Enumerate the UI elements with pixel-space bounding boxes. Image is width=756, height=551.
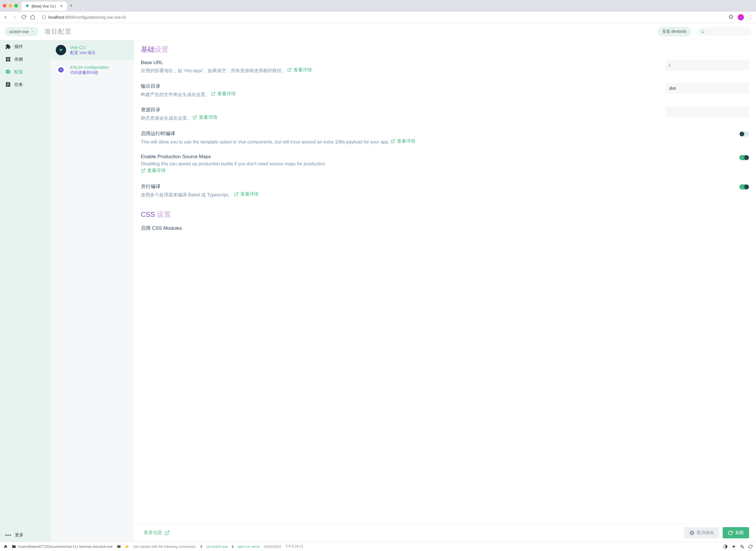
- modules-icon: [5, 56, 11, 62]
- link-more[interactable]: 查看详情: [193, 114, 217, 120]
- refresh-icon: [728, 530, 733, 535]
- sidebar-item-label: 插件: [14, 44, 23, 49]
- install-devtools-button[interactable]: 安装 devtools: [658, 27, 691, 37]
- clipboard-icon: [5, 82, 11, 87]
- home-button[interactable]: [30, 15, 35, 20]
- link-more[interactable]: 查看详情: [391, 138, 415, 144]
- profile-avatar[interactable]: [738, 14, 744, 20]
- new-tab-button[interactable]: +: [70, 3, 72, 8]
- action-bar: 更多信息 取消修改 刷新: [134, 523, 756, 542]
- svg-rect-22: [117, 545, 120, 548]
- more-info-link[interactable]: 更多信息: [144, 530, 170, 536]
- browser-tab[interactable]: [Beta] Vue CLI ✕: [21, 2, 67, 11]
- config-item-title: ESLint configuration: [70, 65, 109, 70]
- base-url-input[interactable]: [666, 60, 749, 70]
- svg-line-16: [143, 169, 145, 171]
- refresh-button[interactable]: 刷新: [723, 527, 749, 538]
- status-message: Get started with the following commands:: [133, 545, 196, 549]
- runtime-compiler-toggle[interactable]: [739, 131, 749, 137]
- svg-line-18: [167, 531, 169, 533]
- external-link-icon: [141, 168, 145, 173]
- status-cmd2: npm run serve: [238, 545, 260, 549]
- sidebar-item-dependencies[interactable]: 依赖: [0, 53, 51, 66]
- setting-output-dir: 输出目录 构建产生的文件将会生成在这里。 查看详情: [141, 83, 749, 98]
- link-more[interactable]: 查看详情: [211, 91, 236, 97]
- sync-icon[interactable]: [748, 544, 753, 549]
- browser-menu-icon[interactable]: ⋮: [748, 14, 753, 20]
- external-link-icon: [287, 68, 292, 72]
- sidebar-item-label: 依赖: [14, 57, 23, 62]
- gear-icon: [5, 69, 11, 75]
- setting-label: 启用 CSS Modules: [141, 225, 749, 231]
- sidebar-item-tasks[interactable]: 任务: [0, 78, 51, 91]
- svg-marker-3: [729, 14, 733, 18]
- setting-prod-sourcemaps: Enable Production Source Maps Disabling …: [141, 154, 749, 174]
- folder-icon: [12, 544, 16, 549]
- translate-icon[interactable]: [740, 544, 744, 549]
- sidebar-item-label: 配置: [14, 69, 23, 75]
- setting-parallel: 并行编译 使用多个处理器来编译 Babel 或 Typescript。 查看详情: [141, 183, 749, 198]
- sidebar-item-plugins[interactable]: 插件: [0, 40, 51, 53]
- svg-line-17: [236, 192, 238, 194]
- external-link-icon: [234, 192, 239, 196]
- config-item-vue-cli[interactable]: Vue CLI 配置 Vue 项目: [51, 40, 134, 60]
- setting-label: 输出目录: [141, 83, 654, 89]
- status-time: 下午5:24:21: [285, 544, 303, 549]
- config-item-eslint[interactable]: ESLint configuration 代码质量和纠错: [51, 60, 134, 80]
- setting-desc: Disabling this can speed up production b…: [141, 161, 654, 174]
- bookmark-star-icon[interactable]: [728, 14, 734, 20]
- output-dir-input[interactable]: [666, 83, 749, 93]
- back-button[interactable]: [3, 15, 8, 20]
- setting-desc: This will allow you to use the template …: [141, 138, 654, 145]
- setting-desc: 应用的部署地址，如 '/my-app/'。如果留空，所有资源将使用相对路径。 查…: [141, 67, 654, 74]
- sidebar-more-label: 更多: [15, 532, 24, 538]
- svg-point-4: [701, 30, 704, 32]
- config-list: Vue CLI 配置 Vue 项目 ESLint configuration 代…: [51, 40, 134, 542]
- home-icon[interactable]: [3, 544, 8, 549]
- address-bar[interactable]: localhost:8000/configuration/org.vue.vue…: [39, 14, 724, 21]
- section-heading-css: CSS 设置: [141, 210, 749, 219]
- setting-css-modules: 启用 CSS Modules: [141, 225, 749, 233]
- search-input[interactable]: [697, 27, 751, 36]
- pointing-hand-icon: 👉: [125, 545, 129, 549]
- setting-runtime-compiler: 启用运行时编译 This will allow you to use the t…: [141, 130, 749, 145]
- log-icon[interactable]: [117, 544, 121, 549]
- forward-button[interactable]: [12, 15, 17, 20]
- info-icon: [42, 15, 46, 19]
- minimize-window-button[interactable]: [9, 4, 12, 7]
- parallel-toggle[interactable]: [739, 184, 749, 189]
- settings-panel: 基础设置 Base URL 应用的部署地址，如 '/my-app/'。如果留空，…: [134, 40, 756, 542]
- assets-dir-input[interactable]: [666, 106, 749, 117]
- browser-tab-bar: [Beta] Vue CLI ✕ +: [0, 0, 756, 11]
- app-header: scotch-vue 项目配置 安装 devtools: [0, 23, 756, 40]
- sidebar-more-button[interactable]: ••• 更多: [0, 528, 51, 542]
- config-item-title: Vue CLI: [70, 45, 95, 50]
- config-item-desc: 配置 Vue 项目: [70, 50, 95, 55]
- link-more[interactable]: 查看详情: [141, 167, 166, 174]
- setting-desc: 使用多个处理器来编译 Babel 或 Typescript。 查看详情: [141, 191, 654, 198]
- status-icons: [723, 544, 753, 549]
- svg-line-14: [195, 116, 197, 118]
- maximize-window-button[interactable]: [14, 4, 18, 7]
- url-host: localhost: [48, 15, 64, 20]
- setting-desc: 静态资源会生成在这里。 查看详情: [141, 114, 654, 122]
- link-more[interactable]: 查看详情: [287, 67, 312, 73]
- link-more[interactable]: 查看详情: [234, 191, 259, 197]
- project-selector[interactable]: scotch-vue: [5, 27, 39, 36]
- tab-close-icon[interactable]: ✕: [60, 4, 63, 8]
- eslint-icon: [56, 65, 66, 75]
- external-link-icon: [164, 530, 170, 535]
- svg-line-15: [393, 139, 395, 141]
- cancel-icon: [689, 530, 694, 535]
- contrast-icon[interactable]: [723, 544, 728, 549]
- puzzle-icon: [5, 44, 11, 49]
- reload-button[interactable]: [21, 15, 26, 20]
- bug-icon[interactable]: [732, 544, 736, 549]
- sidebar: 插件 依赖 配置 任务 ••• 更多: [0, 40, 51, 542]
- prod-sourcemaps-toggle[interactable]: [739, 155, 749, 160]
- prompt-dollar: $: [200, 545, 202, 549]
- project-path-crumb[interactable]: /Users/feiwen8772/Documents/Vue CLI test…: [12, 544, 113, 549]
- sidebar-item-configuration[interactable]: 配置: [0, 66, 51, 78]
- close-window-button[interactable]: [3, 4, 6, 7]
- cancel-button[interactable]: 取消修改: [684, 527, 719, 538]
